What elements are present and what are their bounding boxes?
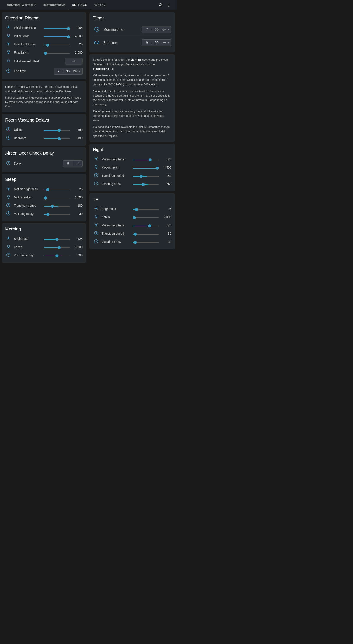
sleep-motion-brightness-value: 25 — [72, 187, 82, 191]
initial-brightness-row: Initial brightness 255 — [5, 24, 82, 32]
tv-kelvin-value: 2,000 — [161, 215, 171, 219]
initial-brightness-slider-wrap[interactable] — [44, 26, 70, 30]
office-row: Office 180 — [5, 126, 82, 134]
sleep-transition-slider-wrap[interactable] — [44, 204, 70, 207]
sleep-vacating-row: Vacating delay 30 — [5, 210, 82, 218]
night-motion-brightness-slider-wrap[interactable] — [133, 158, 159, 161]
bedroom-slider-wrap[interactable] — [44, 136, 70, 140]
initial-kelvin-slider-wrap[interactable] — [44, 34, 70, 38]
aircon-delay-input[interactable] — [63, 160, 73, 166]
initial-brightness-slider[interactable] — [44, 28, 70, 29]
night-vacating-slider-wrap[interactable] — [133, 182, 159, 186]
aircon-delay-unit: min — [73, 160, 82, 166]
sleep-motion-brightness-icon — [5, 186, 12, 192]
morning-time-input-group[interactable]: : AM ▾ — [142, 26, 171, 33]
tv-transition-slider-wrap[interactable] — [133, 232, 159, 235]
tv-brightness-slider-wrap[interactable] — [133, 207, 159, 210]
office-slider[interactable] — [44, 130, 70, 131]
tv-brightness-slider[interactable] — [133, 209, 159, 210]
bedroom-slider[interactable] — [44, 138, 70, 139]
bulb-warm-icon — [5, 50, 12, 55]
initial-kelvin-label: Initial kelvin — [14, 34, 42, 38]
bed-time-minute[interactable] — [154, 41, 160, 45]
more-icon[interactable] — [165, 1, 173, 9]
end-time-label: End time — [14, 69, 52, 73]
morning-time-hour[interactable] — [144, 28, 150, 32]
night-motion-kelvin-icon — [93, 165, 100, 170]
final-brightness-slider[interactable] — [44, 44, 70, 45]
night-motion-brightness-slider[interactable] — [133, 160, 159, 160]
tv-transition-slider[interactable] — [133, 234, 159, 234]
sleep-motion-brightness-slider-wrap[interactable] — [44, 187, 70, 191]
sleep-motion-kelvin-slider[interactable] — [44, 198, 70, 198]
nav-system[interactable]: SYSTEM — [90, 1, 109, 10]
morning-vacating-slider-wrap[interactable] — [44, 254, 70, 257]
initial-sunset-offset-input[interactable] — [65, 58, 82, 64]
end-time-minute[interactable] — [65, 69, 71, 73]
final-brightness-label: Final brightness — [14, 42, 42, 46]
morning-brightness-slider-wrap[interactable] — [44, 237, 70, 240]
morning-kelvin-slider[interactable] — [44, 248, 70, 248]
final-brightness-slider-wrap[interactable] — [44, 42, 70, 46]
sleep-transition-slider[interactable] — [44, 206, 70, 207]
morning-time-minute[interactable] — [154, 28, 160, 32]
aircon-delay-icon — [5, 161, 12, 166]
morning-title: Morning — [5, 226, 82, 232]
info-para1: Specify the time for which the Morning s… — [93, 58, 171, 71]
morning-vacating-row: Vacating delay 300 — [5, 251, 82, 259]
morning-vacating-slider[interactable] — [44, 256, 70, 256]
bed-time-dropdown-arrow[interactable]: ▾ — [168, 41, 169, 44]
end-time-dropdown-arrow[interactable]: ▾ — [79, 70, 80, 72]
tv-kelvin-slider-wrap[interactable] — [133, 215, 159, 219]
end-time-row: End time : PM ▾ — [5, 66, 82, 76]
initial-kelvin-value: 4,500 — [72, 34, 82, 38]
bulb-cold-icon — [5, 33, 12, 38]
initial-kelvin-slider[interactable] — [44, 36, 70, 37]
morning-kelvin-slider-wrap[interactable] — [44, 245, 70, 249]
bedroom-icon — [5, 136, 12, 140]
nav-control[interactable]: CONTROL & STATUS — [4, 1, 40, 10]
tv-transition-value: 30 — [161, 232, 171, 235]
search-icon[interactable] — [156, 1, 165, 9]
tv-motion-brightness-row: Motion brightness 170 — [93, 221, 171, 230]
final-kelvin-slider-wrap[interactable] — [44, 51, 70, 54]
aircon-delay-input-wrap[interactable]: min — [62, 160, 82, 167]
sleep-motion-kelvin-slider-wrap[interactable] — [44, 196, 70, 199]
info-para5: If a transition period is available the … — [93, 125, 171, 138]
morning-time-row: Morning time : AM ▾ — [93, 24, 171, 36]
nav-instructions[interactable]: INSTRUCTIONS — [40, 1, 69, 10]
tv-brightness-row: Brightness 25 — [93, 205, 171, 213]
end-time-hour[interactable] — [56, 69, 61, 73]
tv-kelvin-slider[interactable] — [133, 218, 159, 218]
night-transition-slider[interactable] — [133, 176, 159, 177]
tv-motion-brightness-slider[interactable] — [133, 226, 159, 226]
svg-point-19 — [95, 208, 97, 209]
morning-brightness-slider[interactable] — [44, 239, 70, 240]
bed-time-icon — [93, 40, 101, 46]
sleep-motion-brightness-slider[interactable] — [44, 190, 70, 190]
nav-settings[interactable]: SETTINGS — [69, 0, 90, 10]
tv-vacating-row: Vacating delay 30 — [93, 238, 171, 246]
end-time-ampm: PM — [73, 69, 78, 73]
office-slider-wrap[interactable] — [44, 128, 70, 132]
bed-time-label: Bed time — [103, 41, 139, 45]
final-kelvin-slider[interactable] — [44, 53, 70, 54]
night-motion-kelvin-slider[interactable] — [133, 168, 159, 168]
sleep-vacating-slider-wrap[interactable] — [44, 212, 70, 216]
times-card: Times Morning time : AM ▾ — [90, 12, 175, 52]
morning-time-dropdown-arrow[interactable]: ▾ — [168, 28, 169, 31]
tv-vacating-slider-wrap[interactable] — [133, 240, 159, 244]
svg-rect-14 — [95, 43, 96, 44]
night-motion-kelvin-slider-wrap[interactable] — [133, 166, 159, 169]
sleep-transition-icon — [5, 203, 12, 208]
bed-time-hour[interactable] — [144, 41, 150, 45]
tv-vacating-slider[interactable] — [133, 242, 159, 243]
end-time-input-group[interactable]: : PM ▾ — [54, 68, 82, 74]
sleep-vacating-slider[interactable] — [44, 214, 70, 215]
tv-motion-brightness-slider-wrap[interactable] — [133, 224, 159, 227]
night-transition-slider-wrap[interactable] — [133, 174, 159, 178]
night-vacating-slider[interactable] — [133, 184, 159, 185]
circadian-title: Circadian Rhythm — [5, 16, 82, 20]
bed-time-input-group[interactable]: : PM ▾ — [142, 40, 171, 46]
sleep-motion-brightness-row: Motion brightness 25 — [5, 185, 82, 193]
